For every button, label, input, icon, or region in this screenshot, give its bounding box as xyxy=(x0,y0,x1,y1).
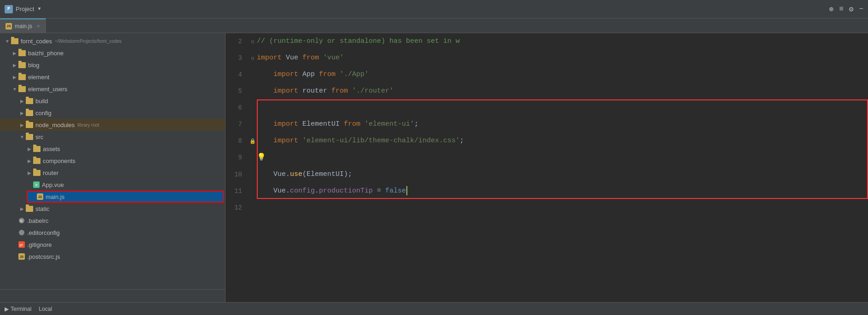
line-content-11: Vue.config.productionTip = false xyxy=(257,183,868,199)
editorconfig-icon xyxy=(18,229,25,236)
element-label: element xyxy=(28,74,49,81)
src-folder-icon xyxy=(26,134,33,140)
fold-icon-2[interactable]: ⊟ xyxy=(251,39,255,45)
line-content-6 xyxy=(257,99,868,116)
library-root-badge: library root xyxy=(77,122,99,128)
components-arrow xyxy=(26,158,33,163)
src-label: src xyxy=(35,134,43,140)
code-line-11: 11 Vue.config.productionTip = false xyxy=(226,183,868,199)
bottom-bar: ▶ Terminal Local xyxy=(0,302,868,315)
settings-icon[interactable]: ⚙ xyxy=(849,5,854,14)
line-gutter-5 xyxy=(249,83,257,99)
sidebar-bottom xyxy=(0,289,225,302)
sidebar-item-root[interactable]: fornt_codes ~/WebstormProjects/fornt_cod… xyxy=(0,35,225,47)
line-num-3: 3 xyxy=(226,50,249,66)
sidebar-item-assets[interactable]: assets xyxy=(0,143,225,155)
router-arrow xyxy=(26,170,33,175)
title-bar: P Project ▼ ⊕ ≡ ⚙ − xyxy=(0,0,868,18)
build-arrow xyxy=(18,99,26,104)
code-area: 2 ⊟ // (runtime-only or standalone) has … xyxy=(226,33,868,302)
assets-folder-icon xyxy=(33,146,41,152)
lightbulb-icon[interactable]: 💡 xyxy=(257,153,266,162)
title-bar-left: P Project ▼ xyxy=(5,5,829,13)
babelrc-label: .babelrc xyxy=(27,217,48,224)
root-path: ~/WebstormProjects/fornt_codes xyxy=(55,39,122,44)
line-content-5: import router from './router' xyxy=(257,83,868,99)
router-label: router xyxy=(43,169,58,176)
terminal-icon: ▶ xyxy=(5,306,9,312)
static-label: static xyxy=(35,205,49,212)
line-content-3: import Vue from 'vue' xyxy=(257,50,868,66)
code-line-7: 7 import ElementUI from 'element-ui'; xyxy=(226,116,868,133)
sidebar-item-element_users[interactable]: element_users xyxy=(0,83,225,95)
node-modules-label: node_modules xyxy=(35,122,75,128)
src-arrow xyxy=(18,134,26,140)
main-content: fornt_codes ~/WebstormProjects/fornt_cod… xyxy=(0,33,868,302)
sidebar-item-main-js[interactable]: JS main.js xyxy=(27,191,224,203)
project-dropdown-icon[interactable]: ▼ xyxy=(38,6,41,12)
code-line-3: 3 ⊟ import Vue from 'vue' xyxy=(226,50,868,66)
cursor xyxy=(406,186,407,195)
app-vue-icon: V xyxy=(33,181,40,188)
root-name: fornt_codes xyxy=(21,38,52,45)
sidebar-item-baizhi_phone[interactable]: baizhi_phone xyxy=(0,47,225,59)
minimize-icon[interactable]: − xyxy=(859,5,863,13)
line-content-2: // (runtime-only or standalone) has been… xyxy=(257,33,868,50)
line-num-9: 9 xyxy=(226,149,249,166)
config-arrow xyxy=(18,111,26,116)
lock-icon-8: 🔒 xyxy=(249,138,256,144)
app-vue-label: App.vue xyxy=(42,181,64,188)
tab-main-js[interactable]: JS main.js ✕ xyxy=(0,18,46,33)
element-folder-icon xyxy=(18,74,26,80)
code-line-4: 4 import App from './App' xyxy=(226,66,868,83)
bottom-tab-local[interactable]: Local xyxy=(39,306,52,312)
line-content-10: Vue.use(ElementUI); xyxy=(257,166,868,183)
code-line-12: 12 xyxy=(226,199,868,216)
baizhi-label: baizhi_phone xyxy=(28,50,64,57)
sidebar-item-blog[interactable]: blog xyxy=(0,59,225,71)
line-content-4: import App from './App' xyxy=(257,66,868,83)
fold-icon-3[interactable]: ⊟ xyxy=(251,55,255,61)
sidebar-item-src[interactable]: src xyxy=(0,131,225,143)
sidebar-item-components[interactable]: components xyxy=(0,155,225,167)
line-content-9: 💡 xyxy=(257,149,868,166)
list-icon[interactable]: ≡ xyxy=(839,5,844,13)
line-num-4: 4 xyxy=(226,66,249,83)
sidebar-item-postcssrc[interactable]: JS .postcssrc.js xyxy=(0,251,225,262)
line-content-8: import 'element-ui/lib/theme-chalk/index… xyxy=(257,133,868,149)
node-modules-arrow xyxy=(18,122,26,128)
globe-icon[interactable]: ⊕ xyxy=(829,5,834,14)
line-content-12 xyxy=(257,199,868,216)
static-folder-icon xyxy=(26,206,33,212)
sidebar-item-babelrc[interactable]: ⚙ .babelrc xyxy=(0,215,225,227)
line-num-10: 10 xyxy=(226,166,249,183)
line-num-8: 8 xyxy=(226,133,249,149)
config-label: config xyxy=(35,110,52,117)
sidebar-item-config[interactable]: config xyxy=(0,107,225,119)
title-bar-icons: ⊕ ≡ ⚙ − xyxy=(829,5,864,14)
line-num-2: 2 xyxy=(226,33,249,50)
bottom-tab-terminal[interactable]: ▶ Terminal xyxy=(5,306,31,312)
sidebar-item-node_modules[interactable]: node_modules library root xyxy=(0,119,225,131)
gitignore-icon: git xyxy=(18,241,25,248)
local-label: Local xyxy=(39,306,52,312)
node-modules-folder-icon xyxy=(26,122,33,128)
code-line-8: 8 🔒 import 'element-ui/lib/theme-chalk/i… xyxy=(226,133,868,149)
line-content-7: import ElementUI from 'element-ui'; xyxy=(257,116,868,133)
sidebar: fornt_codes ~/WebstormProjects/fornt_cod… xyxy=(0,33,226,302)
sidebar-item-router[interactable]: router xyxy=(0,167,225,179)
app-container: P Project ▼ ⊕ ≡ ⚙ − JS main.js ✕ xyxy=(0,0,868,315)
postcssrc-label: .postcssrc.js xyxy=(27,253,60,260)
sidebar-item-editorconfig[interactable]: .editorconfig xyxy=(0,227,225,239)
sidebar-content: fornt_codes ~/WebstormProjects/fornt_cod… xyxy=(0,33,225,289)
sidebar-item-element[interactable]: element xyxy=(0,71,225,83)
sidebar-item-gitignore[interactable]: git .gitignore xyxy=(0,239,225,251)
tab-close-icon[interactable]: ✕ xyxy=(37,23,40,29)
components-label: components xyxy=(43,158,75,164)
line-num-7: 7 xyxy=(226,116,249,133)
svg-text:⚙: ⚙ xyxy=(20,219,23,222)
sidebar-item-app-vue[interactable]: V App.vue xyxy=(0,179,225,191)
sidebar-item-build[interactable]: build xyxy=(0,95,225,107)
tab-label: main.js xyxy=(15,23,32,29)
sidebar-item-static[interactable]: static xyxy=(0,203,225,215)
